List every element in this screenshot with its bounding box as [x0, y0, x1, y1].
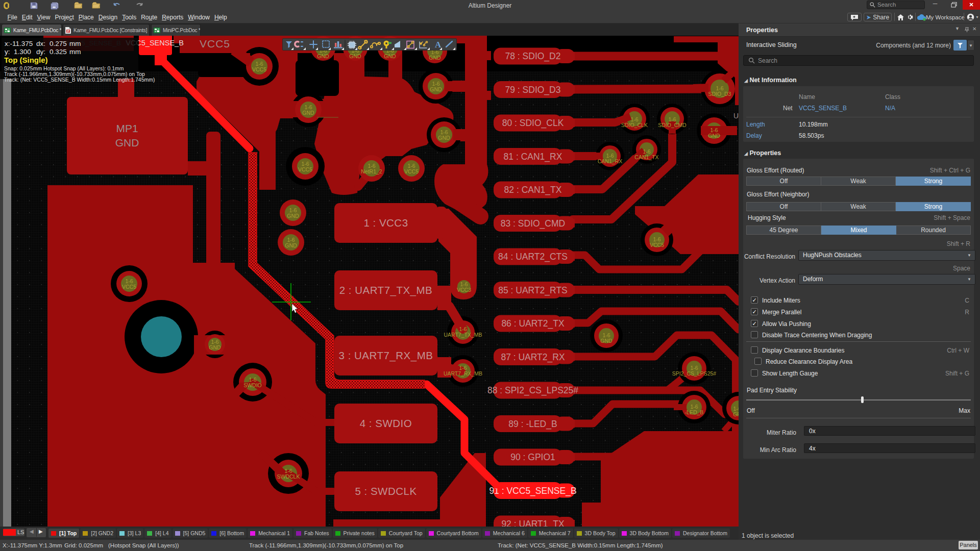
svg-text:80 : SDIO_CLK: 80 : SDIO_CLK	[502, 118, 564, 129]
svg-text:SDIO_CLK: SDIO_CLK	[621, 122, 648, 128]
svg-text:SPI2_CS_LPS25#: SPI2_CS_LPS25#	[672, 370, 717, 377]
svg-text:CAN1_RX: CAN1_RX	[598, 158, 622, 164]
svg-text:87 : UART2_RX: 87 : UART2_RX	[501, 352, 565, 363]
svg-text:GND: GND	[438, 135, 450, 141]
svg-text:CAN1_TX: CAN1_TX	[634, 154, 658, 160]
svg-text:2 : UART7_TX_MB: 2 : UART7_TX_MB	[339, 284, 433, 296]
svg-text:VCC5: VCC5	[298, 166, 312, 172]
svg-text:GND: GND	[302, 110, 314, 116]
svg-text:GND: GND	[317, 53, 329, 59]
svg-text:VCC5: VCC5	[200, 38, 230, 49]
svg-text:UART7_TX_MB: UART7_TX_MB	[444, 332, 482, 338]
svg-text:92 : UART1_TX: 92 : UART1_TX	[501, 519, 565, 527]
svg-text:GND: GND	[115, 137, 139, 148]
svg-text:SWDIO: SWDIO	[243, 382, 262, 388]
svg-text:UA: UA	[733, 112, 739, 120]
svg-text:NetR1_2: NetR1_2	[361, 168, 382, 174]
svg-text:90 : GPIO1: 90 : GPIO1	[510, 452, 555, 462]
svg-text:78 : SDIO_D2: 78 : SDIO_D2	[505, 51, 561, 62]
svg-text:GND: GND	[430, 86, 442, 92]
svg-text:86 : UART2_TX: 86 : UART2_TX	[501, 318, 565, 329]
svg-text:GND: GND	[708, 133, 720, 139]
svg-text:UART7_RX_MB: UART7_RX_MB	[444, 370, 482, 377]
svg-text:GND: GND	[209, 344, 221, 350]
svg-text:89 : -LED_B: 89 : -LED_B	[508, 419, 557, 430]
svg-text:GND: GND	[384, 53, 396, 59]
svg-text:GR: GR	[733, 411, 739, 417]
svg-text:4 : SWDIO: 4 : SWDIO	[360, 417, 412, 429]
svg-text:VCC5: VCC5	[252, 66, 266, 72]
svg-text:MP1: MP1	[116, 122, 138, 134]
svg-text:1 : VCC3: 1 : VCC3	[363, 217, 408, 229]
svg-text:VCC5: VCC5	[650, 242, 664, 248]
svg-text:88 : SPI2_CS_LPS25#: 88 : SPI2_CS_LPS25#	[487, 385, 578, 396]
svg-text:81 : CAN1_RX: 81 : CAN1_RX	[504, 152, 562, 162]
svg-text:84 : UART2_CTS: 84 : UART2_CTS	[498, 252, 568, 262]
svg-text:83 : SDIO_CMD: 83 : SDIO_CMD	[501, 218, 565, 229]
svg-text:3 : UART7_RX_MB: 3 : UART7_RX_MB	[339, 349, 433, 362]
svg-text:VCC5: VCC5	[122, 284, 136, 290]
svg-text:GND: GND	[287, 213, 299, 219]
svg-text:SDIO_CMD: SDIO_CMD	[658, 122, 687, 128]
svg-text:SWDCLK: SWDCLK	[277, 473, 300, 480]
svg-text:-LED_B: -LED_B	[685, 409, 704, 415]
svg-text:A: A	[435, 40, 442, 49]
svg-text:VCC5: VCC5	[404, 168, 419, 174]
svg-text:GND: GND	[285, 242, 297, 248]
svg-text:85 : UART2_RTS: 85 : UART2_RTS	[498, 285, 568, 296]
svg-text:91 : VCC5_SENSE_B: 91 : VCC5_SENSE_B	[489, 486, 576, 496]
svg-text:GND: GND	[429, 55, 441, 61]
svg-text:5 : SWDCLK: 5 : SWDCLK	[355, 485, 416, 497]
svg-text:GND: GND	[349, 53, 361, 59]
svg-text:79 : SDIO_D3: 79 : SDIO_D3	[505, 85, 561, 95]
svg-text:82 : CAN1_TX: 82 : CAN1_TX	[504, 185, 562, 195]
svg-text:VCC3: VCC3	[457, 287, 471, 293]
svg-text:GND: GND	[600, 338, 612, 344]
svg-text:SDIO_D3: SDIO_D3	[708, 91, 731, 97]
